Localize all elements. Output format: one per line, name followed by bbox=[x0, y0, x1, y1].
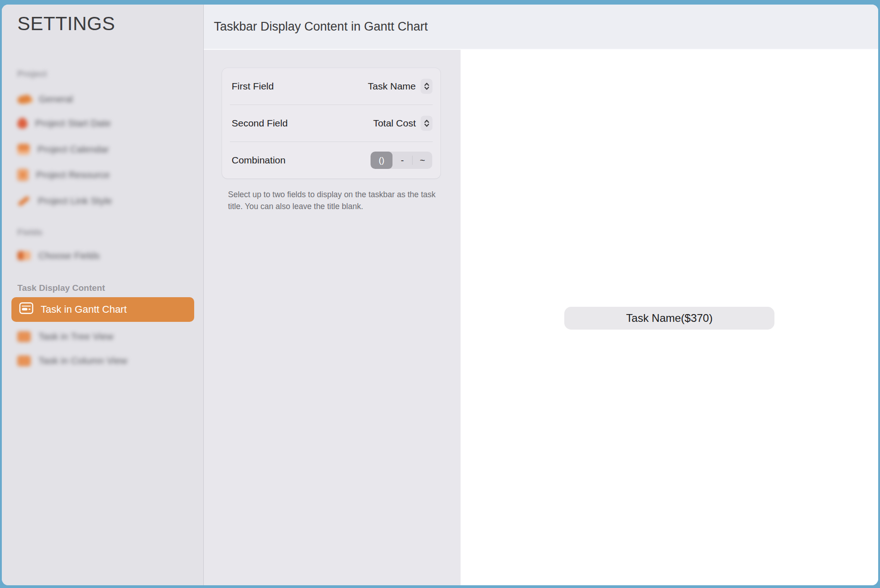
main-area: Taskbar Display Content in Gantt Chart F… bbox=[204, 5, 878, 585]
first-field-value: Task Name bbox=[368, 81, 416, 92]
section-label-fields: Fields bbox=[17, 227, 42, 237]
calendar-icon bbox=[17, 144, 30, 155]
sidebar-item-label: Project Resource bbox=[36, 169, 110, 180]
combination-option-dash[interactable]: - bbox=[392, 152, 412, 169]
combination-option-tilde[interactable]: ~ bbox=[413, 152, 432, 169]
stepper-chevrons-icon bbox=[421, 116, 432, 131]
link-icon bbox=[17, 195, 30, 206]
combination-segmented-control: () - ~ bbox=[371, 152, 432, 169]
sidebar-item-task-in-gantt-chart[interactable]: Task in Gantt Chart bbox=[11, 297, 194, 322]
sidebar-item-label: Task in Tree View bbox=[38, 331, 113, 342]
resource-icon bbox=[17, 169, 28, 181]
taskbar-fields-card: First Field Task Name bbox=[222, 68, 440, 178]
second-field-popup[interactable]: Total Cost bbox=[373, 116, 432, 131]
help-text: Select up to two fields to display on th… bbox=[228, 189, 446, 212]
sidebar-item-label: Project Calendar bbox=[37, 144, 109, 155]
section-label-project: Project bbox=[17, 69, 47, 79]
sidebar-item-project-start-date[interactable]: Project Start Date bbox=[17, 116, 111, 130]
sidebar-item-project-calendar[interactable]: Project Calendar bbox=[17, 142, 109, 156]
sidebar-item-project-resource[interactable]: Project Resource bbox=[17, 168, 110, 182]
sidebar-item-label: Project Link Style bbox=[38, 195, 112, 206]
combination-option-parentheses[interactable]: () bbox=[371, 152, 392, 169]
first-field-row: First Field Task Name bbox=[222, 68, 440, 105]
combination-row: Combination () - ~ bbox=[222, 142, 440, 178]
column-view-task-icon bbox=[17, 356, 31, 366]
second-field-row: Second Field Total Cost bbox=[222, 105, 440, 142]
sidebar-item-label: Task in Column View bbox=[38, 355, 127, 366]
preview-area: Task Name($370) bbox=[461, 50, 878, 585]
combination-label: Combination bbox=[232, 155, 286, 166]
stepper-chevrons-icon bbox=[421, 79, 432, 94]
second-field-label: Second Field bbox=[232, 118, 288, 129]
tree-view-task-icon bbox=[17, 331, 31, 342]
taskbar-preview: Task Name($370) bbox=[564, 307, 774, 330]
settings-panel: First Field Task Name bbox=[204, 50, 461, 585]
sidebar-item-general[interactable]: General bbox=[17, 92, 73, 106]
start-date-pin-icon bbox=[17, 118, 27, 129]
choose-fields-icon bbox=[17, 251, 31, 260]
sidebar-item-label: Task in Gantt Chart bbox=[41, 304, 127, 315]
sidebar-item-task-in-column-view[interactable]: Task in Column View bbox=[17, 354, 127, 368]
sidebar-item-project-link-style[interactable]: Project Link Style bbox=[17, 194, 112, 208]
sidebar-title: SETTINGS bbox=[17, 13, 115, 35]
page-title: Taskbar Display Content in Gantt Chart bbox=[214, 20, 428, 34]
sidebar-item-label: Project Start Date bbox=[35, 118, 111, 129]
settings-sidebar: SETTINGS Project General Project Start D… bbox=[2, 5, 204, 585]
sidebar-item-label: Choose Fields bbox=[38, 250, 100, 261]
settings-window: SETTINGS Project General Project Start D… bbox=[2, 5, 878, 585]
sidebar-item-choose-fields[interactable]: Choose Fields bbox=[17, 249, 100, 262]
gantt-taskbar-icon bbox=[19, 302, 33, 317]
first-field-label: First Field bbox=[232, 81, 274, 92]
page-header: Taskbar Display Content in Gantt Chart bbox=[204, 5, 878, 50]
first-field-popup[interactable]: Task Name bbox=[368, 79, 432, 94]
content: First Field Task Name bbox=[204, 50, 878, 585]
second-field-value: Total Cost bbox=[373, 118, 416, 129]
general-icon bbox=[16, 94, 32, 105]
sidebar-item-label: General bbox=[39, 94, 73, 105]
sidebar-item-task-in-tree-view[interactable]: Task in Tree View bbox=[17, 330, 113, 343]
section-label-task-display-content: Task Display Content bbox=[17, 283, 105, 293]
